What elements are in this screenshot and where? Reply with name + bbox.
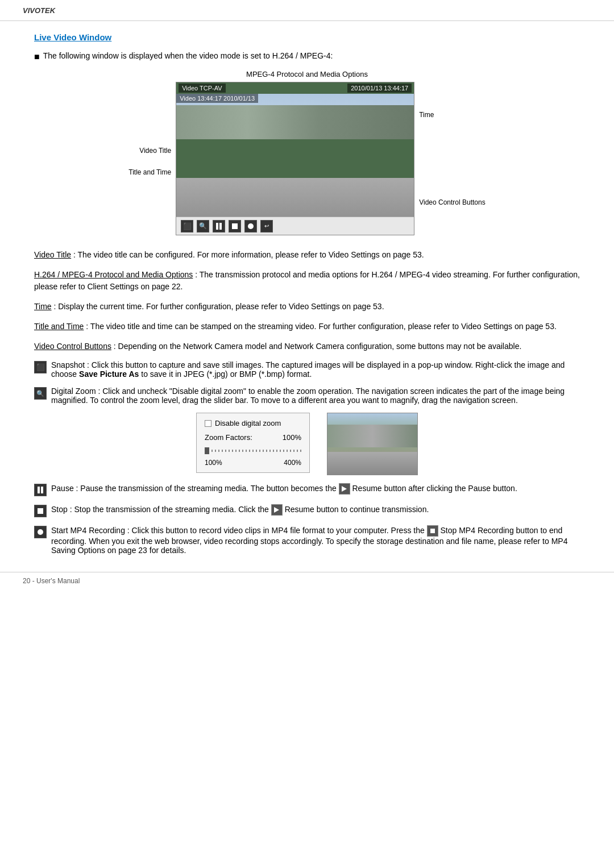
term-time: Time: [34, 302, 52, 311]
video-controls-bar: ⬛ 🔍: [176, 217, 414, 235]
diagram-outer: Video Title Title and Time Video TCP-AV …: [128, 82, 485, 235]
label-title-time: Title and Time: [128, 168, 171, 176]
icon-row-snapshot: ⬛ Snapshot : Click this button to captur…: [34, 360, 580, 379]
icon-row-mp4: Start MP4 Recording : Click this button …: [34, 525, 580, 555]
mp4-text1: : Click this button to record video clip…: [127, 526, 427, 535]
ctrl-extra[interactable]: ↩: [260, 220, 273, 232]
diagram-labels-left: Video Title Title and Time: [128, 141, 171, 176]
zoom-factor-row: Zoom Factors: 100%: [205, 433, 301, 442]
zoom-min-label: 100%: [205, 459, 222, 467]
diagram-labels-right: Time Video Control Buttons: [419, 111, 486, 206]
desc-video-control-buttons: Video Control Buttons : Depending on the…: [34, 340, 580, 352]
icon-row-stop: Stop : Stop the transmission of the stre…: [34, 504, 580, 517]
icon-row-zoom: 🔍 Digital Zoom : Click and uncheck "Disa…: [34, 387, 580, 405]
page-content: Live Video Window ■ The following window…: [0, 32, 614, 555]
intro-text: The following window is displayed when t…: [43, 51, 333, 60]
bullet-icon: ■: [34, 51, 40, 62]
term-pause: Pause: [51, 484, 74, 493]
video-label-protocol: Video TCP-AV: [179, 84, 225, 93]
desc-video-title: Video Title : The video title can be con…: [34, 249, 580, 261]
snapshot-desc: Snapshot : Click this button to capture …: [51, 360, 580, 379]
video-label-time: 2010/01/13 13:44:17: [347, 84, 412, 93]
intro-paragraph: ■ The following window is displayed when…: [34, 51, 580, 62]
zoom-factor-label: Zoom Factors:: [205, 433, 252, 442]
zoom-image-road: [327, 452, 417, 475]
inline-resume-icon-stop: [271, 504, 283, 516]
ctrl-snapshot[interactable]: ⬛: [181, 220, 193, 232]
desc-h264-protocol: H.264 / MPEG-4 Protocol and Media Option…: [34, 269, 580, 293]
term-title-and-time: Title and Time: [34, 322, 84, 331]
label-video-title: Video Title: [128, 147, 171, 155]
stop-icon-btn: [34, 505, 47, 517]
video-diagram: MPEG-4 Protocol and Media Options Video …: [34, 70, 580, 235]
desc-time: Time : Display the current time. For fur…: [34, 301, 580, 313]
pause-text1: : Pause the transmission of the streamin…: [76, 484, 339, 493]
desc-vcb-text: : Depending on the Network Camera model …: [114, 342, 522, 351]
zoom-slider-thumb[interactable]: [205, 447, 209, 454]
zoom-checkbox[interactable]: [205, 420, 211, 427]
zoom-checkbox-row: Disable digital zoom: [205, 419, 301, 427]
inline-resume-icon-pause: [339, 483, 350, 495]
pause-desc: Pause : Pause the transmission of the st…: [51, 483, 517, 495]
zoom-icon: 🔍: [34, 387, 47, 400]
video-frame: Video TCP-AV 2010/01/13 13:44:17 Video 1…: [176, 82, 414, 235]
ctrl-zoom[interactable]: 🔍: [197, 220, 209, 232]
mp4-desc: Start MP4 Recording : Click this button …: [51, 525, 580, 555]
label-time: Time: [419, 111, 486, 119]
snapshot-icon: ⬛: [34, 361, 47, 373]
term-mp4: Start MP4 Recording: [51, 526, 125, 535]
desc-video-title-text: : The video title can be configured. For…: [73, 250, 424, 259]
ctrl-pause[interactable]: [213, 220, 225, 232]
icon-row-pause: Pause : Pause the transmission of the st…: [34, 483, 580, 496]
label-controls: Video Control Buttons: [419, 198, 486, 206]
zoom-checkbox-label: Disable digital zoom: [215, 419, 281, 427]
snapshot-text2: to save it in JPEG (*.jpg) or BMP (*.bmp…: [141, 369, 312, 379]
zoom-text: : Click and uncheck "Disable digital zoo…: [51, 387, 565, 405]
video-label-title-time: Video 13:44:17 2010/01/13: [176, 94, 258, 103]
desc-title-and-time: Title and Time : The video title and tim…: [34, 321, 580, 333]
term-video-control-buttons: Video Control Buttons: [34, 342, 111, 351]
record-icon-btn: [34, 526, 47, 538]
section-title: Live Video Window: [34, 32, 580, 42]
zoom-slider-track: [205, 450, 301, 452]
diagram-top-label: MPEG-4 Protocol and Media Options: [246, 70, 368, 78]
term-h264-protocol: H.264 / MPEG-4 Protocol and Media Option…: [34, 270, 193, 279]
zoom-max-label: 400%: [284, 459, 301, 467]
zoom-factor-value: 100%: [283, 433, 301, 442]
term-video-title: Video Title: [34, 250, 71, 259]
desc-time-text: : Display the current time. For further …: [53, 302, 384, 311]
zoom-slider-row: [205, 445, 301, 456]
zoom-controls-panel: Disable digital zoom Zoom Factors: 100% …: [196, 413, 310, 473]
page-header: VIVOTEK: [0, 0, 614, 21]
video-overlay-top: Video TCP-AV 2010/01/13 13:44:17: [176, 82, 414, 94]
stop-text2: Resume button to continue transmission.: [285, 505, 429, 514]
term-stop: Stop: [51, 505, 68, 514]
zoom-image-buildings: [327, 425, 417, 447]
term-zoom: Digital Zoom: [51, 387, 96, 396]
ctrl-record[interactable]: [244, 220, 257, 232]
video-buildings: [176, 105, 414, 139]
zoom-preview-image: [327, 413, 418, 475]
zoom-range-labels: 100% 400%: [205, 459, 301, 467]
term-snapshot: Snapshot: [51, 360, 85, 369]
stop-desc: Stop : Stop the transmission of the stre…: [51, 504, 429, 516]
desc-title-and-time-text: : The video title and time can be stampe…: [86, 322, 557, 331]
pause-icon-btn: [34, 484, 47, 496]
snapshot-bold: Save Picture As: [79, 369, 139, 379]
footer-text: 20 - User's Manual: [23, 577, 80, 585]
inline-stop-icon-mp4: [427, 525, 438, 537]
zoom-diagram: Disable digital zoom Zoom Factors: 100% …: [34, 413, 580, 475]
stop-text1: : Stop the transmission of the streaming…: [70, 505, 271, 514]
brand-logo: VIVOTEK: [23, 6, 55, 15]
pause-text2: Resume button after clicking the Pause b…: [352, 484, 517, 493]
page-footer: 20 - User's Manual: [0, 572, 614, 589]
ctrl-stop[interactable]: [229, 220, 241, 232]
zoom-desc: Digital Zoom : Click and uncheck "Disabl…: [51, 387, 580, 405]
